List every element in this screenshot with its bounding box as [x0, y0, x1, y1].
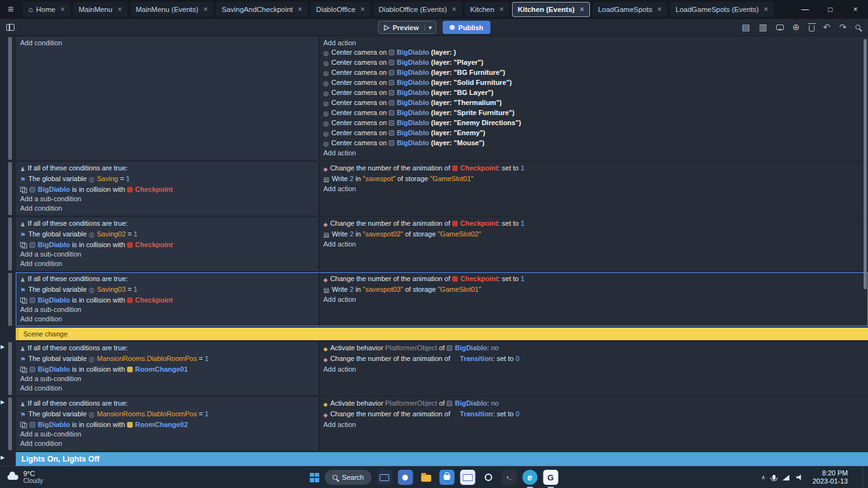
tab-close-icon[interactable]: × — [118, 5, 122, 14]
event-content[interactable]: ♟If all of these conditions are true:⚑Th… — [16, 272, 868, 326]
action-line[interactable]: ◎Center camera on BigDiablo (layer: "Mou… — [323, 138, 864, 148]
add-event-icon[interactable]: ▤ — [742, 23, 750, 31]
publish-button[interactable]: ⊕Publish — [442, 21, 490, 34]
tab-mainmenu[interactable]: MainMenu× — [73, 2, 128, 17]
project-manager-icon[interactable] — [6, 24, 14, 31]
action-line[interactable]: ◆Change the number of the animation of C… — [323, 164, 864, 174]
action-line[interactable]: ◎Center camera on BigDiablo (layer: "Ene… — [323, 118, 864, 128]
volume-icon[interactable] — [796, 474, 803, 480]
condition-line[interactable]: BigDiablo is in collision with Checkpoin… — [20, 240, 314, 250]
event-content[interactable]: ♟If all of these conditions are true:⚑Th… — [16, 341, 868, 396]
action-line[interactable]: ◎Center camera on BigDiablo (layer: "The… — [323, 98, 864, 108]
condition-line[interactable]: ♟If all of these conditions are true: — [20, 164, 314, 174]
tab-close-icon[interactable]: × — [452, 5, 457, 14]
add-a-sub-condition-link[interactable]: Add a sub-condition — [20, 430, 314, 439]
action-line[interactable]: ▤Write 2 in "savespot02" of storage "Gam… — [323, 230, 864, 240]
add-action-link[interactable]: Add action — [323, 240, 864, 249]
zoom-in-icon[interactable]: ⊕ — [793, 23, 800, 31]
action-line[interactable]: ◎Center camera on BigDiablo (layer: "BG … — [323, 88, 864, 98]
terminal-app-icon[interactable] — [501, 470, 516, 485]
tab-kitchen[interactable]: Kitchen× — [465, 2, 509, 17]
tab-close-icon[interactable]: × — [499, 5, 504, 14]
weather-widget[interactable]: 9°C Cloudy — [0, 467, 50, 488]
action-line[interactable]: ◎Center camera on BigDiablo (layer: "Ene… — [323, 128, 864, 138]
action-line[interactable]: ◆Change the number of the animation of C… — [323, 274, 864, 285]
add-condition-link[interactable]: Add condition — [20, 314, 314, 324]
event-content[interactable]: ♟If all of these conditions are true:⚑Th… — [16, 397, 868, 451]
tab-loadgamespots-events-[interactable]: LoadGameSpots (Events)× — [670, 2, 774, 17]
add-condition-link[interactable]: Add condition — [20, 439, 314, 448]
action-line[interactable]: ◎Center camera on BigDiablo (layer: "Sol… — [323, 78, 864, 88]
show-desktop-button[interactable] — [862, 467, 865, 488]
tab-home[interactable]: ⌂Home× — [23, 2, 70, 17]
action-line[interactable]: ◎Center camera on BigDiablo (layer: "Pla… — [323, 58, 864, 68]
file-explorer-app-icon[interactable] — [418, 470, 433, 485]
event-content[interactable]: Add conditionAdd action◎Center camera on… — [16, 36, 868, 160]
comment-text[interactable]: Scene change — [16, 328, 868, 340]
condition-line[interactable]: ⚑The global variable ⓧMansionRooms.Diabl… — [20, 409, 314, 420]
tab-savingandcheckpoint[interactable]: SavingAndCheckpoint× — [216, 2, 308, 17]
add-comment-icon[interactable] — [776, 25, 784, 30]
add-a-sub-condition-link[interactable]: Add a sub-condition — [20, 250, 314, 259]
action-line[interactable]: ◆Activate behavior PlatformerObject of B… — [323, 343, 864, 354]
tab-close-icon[interactable]: × — [203, 5, 208, 14]
action-line[interactable]: ◎Center camera on BigDiablo (layer: ) — [323, 48, 864, 58]
tab-close-icon[interactable]: × — [360, 5, 365, 14]
add-condition-link[interactable]: Add condition — [20, 259, 314, 269]
add-action-link[interactable]: Add action — [323, 148, 864, 158]
condition-line[interactable]: ⚑The global variable ⓧSaving = 1 — [20, 174, 314, 185]
add-condition-link[interactable]: Add condition — [20, 384, 314, 393]
condition-line[interactable]: ♟If all of these conditions are true: — [20, 343, 314, 354]
microsoft-store-app-icon[interactable] — [439, 470, 454, 485]
tab-close-icon[interactable]: × — [298, 5, 303, 14]
condition-line[interactable]: ♟If all of these conditions are true: — [20, 274, 314, 285]
add-action-link[interactable]: Add action — [323, 184, 864, 194]
taskbar-search[interactable]: Search — [325, 470, 372, 485]
add-condition-link[interactable]: Add condition — [20, 38, 314, 48]
tab-loadgamespots[interactable]: LoadGameSpots× — [593, 2, 667, 17]
steam-app-icon[interactable] — [481, 470, 496, 485]
network-icon[interactable] — [782, 475, 789, 480]
event-drag-handle[interactable] — [8, 342, 12, 395]
redo-icon[interactable]: ↷ — [839, 23, 847, 31]
add-action-link[interactable]: Add action — [323, 365, 864, 374]
add-action-link[interactable]: Add action — [323, 295, 864, 304]
tab-kitchen-events-[interactable]: Kitchen (Events)× — [512, 2, 590, 17]
add-action-link[interactable]: Add action — [323, 38, 864, 48]
fold-arrow-icon[interactable]: ▶ — [1, 399, 4, 405]
edge-app-icon[interactable] — [522, 470, 537, 485]
condition-line[interactable]: ⚑The global variable ⓧMansionRooms.Diabl… — [20, 354, 314, 365]
condition-line[interactable]: ⚑The global variable ⓧSaving02 = 1 — [20, 230, 314, 240]
condition-line[interactable]: BigDiablo is in collision with RoomChang… — [20, 365, 314, 374]
tab-mainmenu-events-[interactable]: MainMenu (Events)× — [130, 2, 214, 17]
action-line[interactable]: ◎Center camera on BigDiablo (layer: "BG … — [323, 68, 864, 78]
action-line[interactable]: ◆Change the number of the animation of T… — [323, 409, 864, 420]
vertical-scrollbar[interactable] — [864, 39, 867, 289]
fold-arrow-icon[interactable]: ▶ — [1, 344, 4, 350]
condition-line[interactable]: BigDiablo is in collision with Checkpoin… — [20, 296, 314, 305]
add-a-sub-condition-link[interactable]: Add a sub-condition — [20, 374, 314, 384]
add-condition-link[interactable]: Add condition — [20, 204, 314, 213]
action-line[interactable]: ▤Write 2 in "savespot03" of storage "Gam… — [323, 285, 864, 295]
action-line[interactable]: ◎Center camera on BigDiablo (layer: "Spr… — [323, 108, 864, 118]
preview-dropdown-icon[interactable]: ▾ — [425, 25, 436, 31]
fold-arrow-icon[interactable]: ▶ — [1, 455, 4, 460]
event-content[interactable]: ♟If all of these conditions are true:⚑Th… — [16, 162, 868, 216]
camera-app-icon[interactable] — [398, 470, 413, 485]
event-drag-handle[interactable] — [8, 397, 12, 450]
condition-line[interactable]: BigDiablo is in collision with RoomChang… — [20, 420, 314, 430]
condition-line[interactable]: ♟If all of these conditions are true: — [20, 399, 314, 409]
add-action-link[interactable]: Add action — [323, 420, 864, 430]
remote-desktop-app-icon[interactable] — [377, 470, 392, 485]
tab-diablooffice-events-[interactable]: DiabloOffice (Events)× — [373, 2, 462, 17]
group-title[interactable]: Lights On, Lights Off — [16, 452, 868, 466]
tab-close-icon[interactable]: × — [60, 5, 65, 14]
add-a-sub-condition-link[interactable]: Add a sub-condition — [20, 305, 314, 314]
start-button[interactable] — [310, 473, 320, 482]
event-drag-handle[interactable] — [8, 218, 12, 270]
mail-app-icon[interactable] — [460, 470, 475, 485]
tab-close-icon[interactable]: × — [580, 5, 584, 14]
tab-close-icon[interactable]: × — [657, 5, 662, 14]
event-content[interactable]: ♟If all of these conditions are true:⚑Th… — [16, 217, 868, 271]
tab-close-icon[interactable]: × — [764, 5, 768, 14]
